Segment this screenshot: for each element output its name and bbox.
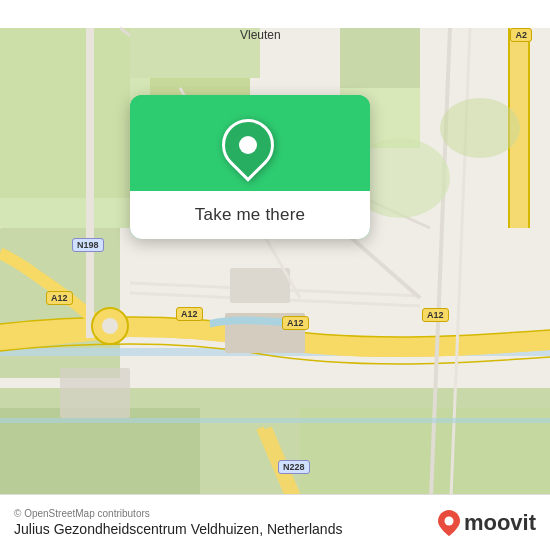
svg-rect-3: [0, 28, 130, 198]
map-container: A12 A12 A12 A12 N198 N228 A2 Vleuten Tak…: [0, 0, 550, 550]
road-badge-n198: N198: [72, 238, 104, 252]
road-badge-a2: A2: [510, 28, 532, 42]
svg-point-38: [440, 98, 520, 158]
road-badge-a12-4: A12: [422, 308, 449, 322]
svg-rect-5: [340, 28, 420, 88]
town-label-vleuten: Vleuten: [240, 28, 281, 42]
card-overlay: Take me there: [130, 95, 370, 239]
location-name-text: Julius Gezondheidscentrum Veldhuizen, Ne…: [14, 521, 342, 537]
svg-rect-26: [0, 418, 550, 423]
moovit-logo: moovit: [438, 510, 536, 536]
bottom-bar: © OpenStreetMap contributors Julius Gezo…: [0, 494, 550, 550]
take-me-there-button[interactable]: Take me there: [130, 191, 370, 239]
road-badge-n228: N228: [278, 460, 310, 474]
svg-point-34: [102, 318, 118, 334]
svg-point-39: [444, 516, 453, 525]
svg-rect-25: [528, 28, 530, 228]
svg-rect-36: [60, 368, 130, 418]
moovit-brand-text: moovit: [464, 510, 536, 536]
moovit-pin-icon: [438, 510, 460, 536]
road-badge-a12-3: A12: [282, 316, 309, 330]
bottom-left: © OpenStreetMap contributors Julius Gezo…: [14, 508, 342, 537]
attribution-text: © OpenStreetMap contributors: [14, 508, 342, 519]
road-badge-a12-2: A12: [176, 307, 203, 321]
svg-rect-14: [86, 28, 94, 338]
svg-rect-22: [230, 268, 290, 303]
road-badge-a12-1: A12: [46, 291, 73, 305]
location-pin-icon: [222, 119, 278, 175]
card-icon-area: [130, 95, 370, 191]
